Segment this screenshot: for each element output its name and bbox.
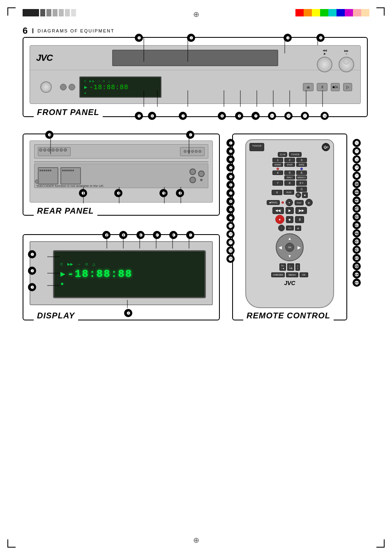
btn-x[interactable]: X <box>272 190 282 195</box>
rc-right-16: ⓰ <box>353 139 361 147</box>
nav-down-arrow[interactable]: ▼ <box>288 254 292 258</box>
tape-slot <box>112 50 278 66</box>
rp-callout-4: ❹ <box>114 189 122 197</box>
black-seg-6 <box>65 9 70 16</box>
btn-play[interactable]: ▶ <box>286 207 294 214</box>
nav-ok-center[interactable]: OK <box>285 243 294 252</box>
display-box: C ▶▶ → ⊙ △ ▶ -18:88:88 ● DISPLAY <box>23 234 220 320</box>
rc-right-21: ㉑ <box>353 180 361 188</box>
corner-mark-tr <box>376 7 385 16</box>
btn-timer[interactable]: ⏲ <box>295 192 301 198</box>
fp-callout-3: ❸ <box>284 34 292 42</box>
dot-6 <box>300 168 303 170</box>
remote-row-9: ● ■ ⏸ <box>248 215 331 224</box>
btn-3[interactable]: 3 <box>296 158 307 162</box>
btn-counter[interactable]: ≈≈≈ <box>295 200 304 205</box>
btn-weekly[interactable]: WEEKLY <box>296 175 307 180</box>
btn-tv-other[interactable]: ++ <box>295 263 300 271</box>
fp-callout-11: ⓫ <box>268 112 276 120</box>
display-play-indicator: ▶ <box>60 269 65 279</box>
rc-right-22: ㉒ <box>353 188 361 196</box>
cl-r-btn[interactable]: CL-R <box>278 152 287 157</box>
btn-menu[interactable]: MENU <box>286 272 298 277</box>
btn-prog[interactable]: ■PROG <box>267 200 280 205</box>
btn-circle[interactable]: ● <box>286 199 293 206</box>
black-seg-2 <box>40 9 45 16</box>
remote-row-8: ◀◀| ▶ |▶▶ <box>248 207 331 214</box>
tv-vcr-btn[interactable]: TV/VCR <box>249 143 264 151</box>
btn-9[interactable]: 9 + <box>296 180 307 186</box>
color-pink <box>353 9 361 16</box>
dp-callout-6: ❻ <box>169 231 178 239</box>
vcr-front-top: JVC ◀◀▶ ▶▶+ <box>30 46 360 70</box>
color-cyan <box>328 9 337 16</box>
rear-small-btn <box>35 180 39 184</box>
rc-left-12: ⓬ <box>226 230 235 238</box>
nav-pad[interactable]: OK ▲ ▼ ◀ ▶ <box>276 233 304 261</box>
btn-rew[interactable]: ◀◀| <box>272 207 284 214</box>
dp-callout-5: ❺ <box>186 231 194 239</box>
color-peach <box>361 9 369 16</box>
color-yellow <box>312 9 320 16</box>
corner-mark-bl <box>7 539 16 548</box>
btn-r2[interactable]: +/− <box>286 226 294 230</box>
btn-0[interactable]: 0 <box>296 187 307 192</box>
btn-7[interactable]: 7 <box>272 180 283 186</box>
btn-8[interactable]: 8 <box>284 180 295 186</box>
btn-date[interactable]: DATE <box>296 163 307 167</box>
btn-square[interactable]: ■ <box>302 192 308 198</box>
nav-right-arrow[interactable]: ▶ <box>297 245 301 250</box>
scart-connector-2 <box>60 167 81 184</box>
power-btn[interactable]: ⏻/I <box>322 143 330 151</box>
rc-right-25: ㉕ <box>353 213 361 221</box>
remote-control-label: REMOTE CONTROL <box>243 311 334 320</box>
btn-stop[interactable]: STOP <box>284 163 295 167</box>
btn-4[interactable]: 4 <box>272 170 283 175</box>
remote-row-5: 7 8 9 + <box>248 180 331 186</box>
rf-connector-3 <box>198 170 205 177</box>
btn-chb[interactable]: CHB22B25 <box>271 272 285 277</box>
btn-start[interactable]: START <box>272 163 283 167</box>
jvc-logo-front: JVC <box>36 53 53 63</box>
black-seg-3 <box>46 9 51 16</box>
rc-left-4: ❹ <box>226 164 235 172</box>
rc-left-15: ⓯ <box>226 255 235 263</box>
rc-right-17: ⓱ <box>353 147 361 155</box>
btn-1[interactable]: 1 <box>272 158 283 162</box>
vcr-front-controls: ◀◀▶ ▶▶+ <box>317 49 354 72</box>
rc-left-8: ❽ <box>226 197 235 205</box>
rc-right-29: ㉙ <box>353 246 361 254</box>
btn-circle2[interactable]: ⊕ <box>305 199 313 206</box>
front-panel-label: FRONT PANEL <box>34 108 103 117</box>
btn-aux[interactable]: AUX <box>284 190 294 195</box>
btn-ae: ■/A <box>331 83 340 91</box>
dp-callout-4: ❹ <box>124 309 132 317</box>
tv-vcr2-btn[interactable]: TV/VCR <box>289 152 301 157</box>
rp-callout-6: ❻ <box>176 189 184 197</box>
nav-left-arrow[interactable]: ◀ <box>279 245 282 250</box>
remote-content: TV/VCR ⏻/I CL-R TV/VCR 1 START 2 STOP <box>246 140 333 291</box>
power-dial <box>40 81 52 93</box>
fp-callout-8: ❽ <box>218 112 226 120</box>
btn-2[interactable]: 2 <box>284 158 295 162</box>
btn-tv-ch[interactable]: +V⊕ <box>287 263 294 271</box>
btn-r3[interactable]: ⊕ <box>295 226 301 231</box>
rc-right-32: ㉜ <box>353 270 361 279</box>
nav-up-arrow[interactable]: ▲ <box>288 236 292 241</box>
btn-stop[interactable]: ■ <box>286 216 294 223</box>
rf-connector-2 <box>189 177 196 183</box>
btn-ok[interactable]: OK <box>300 272 308 277</box>
btn-daily[interactable]: DAILY <box>284 175 295 180</box>
btn-rec[interactable]: ● <box>275 215 284 224</box>
btn-tv-vol[interactable]: TV−▲ <box>279 263 286 271</box>
btn-r1[interactable]: · <box>278 225 285 231</box>
rc-right-27: ㉗ <box>353 229 361 237</box>
dp-callout-7: ❼ <box>153 231 161 239</box>
btn-pause[interactable]: ⏸ <box>295 216 304 223</box>
btn-ff[interactable]: |▶▶ <box>295 207 307 214</box>
btn-6[interactable]: 6 <box>296 170 307 175</box>
btn-5[interactable]: 5 <box>284 170 295 175</box>
remote-row-10: · +/− ⊕ <box>248 225 331 231</box>
corner-mark-br <box>376 539 385 548</box>
display-icon-circle: ⊙ <box>85 262 88 266</box>
